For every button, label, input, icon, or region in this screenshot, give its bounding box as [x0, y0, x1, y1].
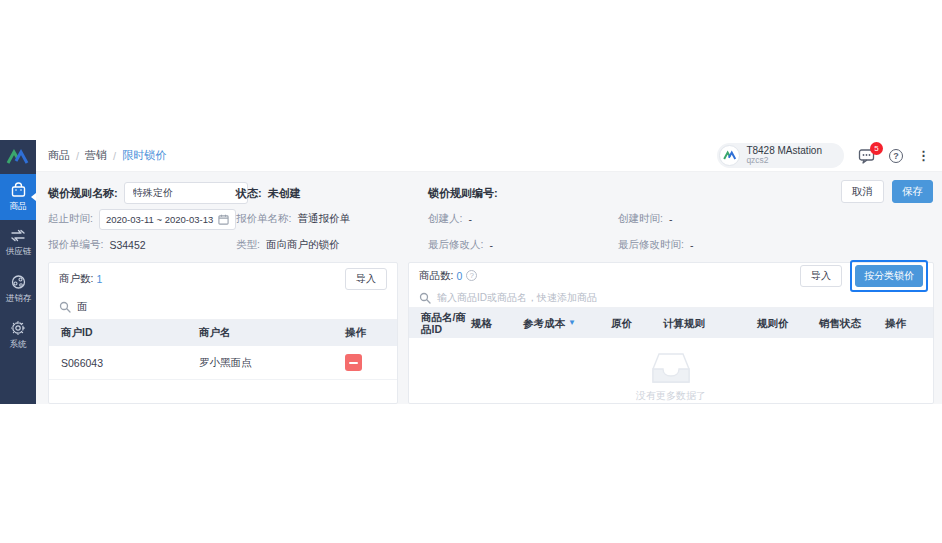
- help-icon: ?: [889, 149, 903, 163]
- creator-label: 创建人:: [428, 212, 462, 226]
- sort-caret-icon: ▼: [568, 319, 576, 327]
- sidebar-item-inventory[interactable]: 进销存: [0, 266, 36, 312]
- product-search-bar[interactable]: 输入商品ID或商品名，快速添加商品: [409, 288, 933, 308]
- remove-merchant-button[interactable]: [345, 354, 362, 371]
- kebab-icon: ⋮: [917, 149, 930, 162]
- merchants-panel-header: 商户数: 1 导入: [49, 263, 397, 295]
- col-original-price: 原价: [611, 317, 663, 329]
- type-label: 类型:: [236, 238, 260, 252]
- merchants-import-button[interactable]: 导入: [345, 268, 387, 290]
- highlight-ring: 按分类锁价: [850, 260, 928, 292]
- modifier-cell: 最后修改人: -: [428, 238, 618, 252]
- empty-state: 没有更多数据了: [409, 338, 933, 403]
- merchants-panel: 商户数: 1 导入 面 商户ID 商户名 操作: [48, 262, 398, 404]
- empty-state-text: 没有更多数据了: [636, 389, 706, 403]
- products-import-button[interactable]: 导入: [800, 265, 842, 287]
- type-cell: 类型: 面向商户的锁价: [236, 238, 428, 252]
- create-time-label: 创建时间:: [618, 212, 663, 226]
- merchant-count-label: 商户数:: [59, 272, 93, 286]
- product-search-input[interactable]: 输入商品ID或商品名，快速添加商品: [437, 291, 597, 305]
- panels: 商户数: 1 导入 面 商户ID 商户名 操作: [36, 260, 942, 404]
- sidebar-item-label: 供应链: [5, 245, 31, 257]
- app-logo[interactable]: [0, 140, 36, 174]
- arrows-icon: [9, 228, 27, 243]
- type-value: 面向商户的锁价: [266, 238, 340, 252]
- cancel-button[interactable]: 取消: [841, 180, 884, 203]
- col-spec: 规格: [471, 317, 523, 329]
- col-rule-price: 规则价: [757, 317, 819, 329]
- creator-cell: 创建人: -: [428, 212, 618, 226]
- sidebar-item-supply-chain[interactable]: 供应链: [0, 220, 36, 266]
- avatar-logo-icon: [723, 150, 737, 161]
- status-cell: 状态: 未创建: [236, 186, 428, 201]
- quote-number-value: S34452: [109, 239, 145, 251]
- product-count-help-icon[interactable]: ?: [466, 270, 477, 281]
- product-count-label: 商品数:: [419, 269, 453, 283]
- modify-time-label: 最后修改时间:: [618, 238, 684, 252]
- status-label: 状态:: [236, 186, 262, 201]
- rule-name-label: 锁价规则名称:: [48, 186, 118, 201]
- sidebar-item-products[interactable]: 商品: [0, 174, 36, 220]
- sidebar-item-system[interactable]: 系统: [0, 312, 36, 358]
- products-table-header: 商品名/商品ID 规格 参考成本 ▼ 原价 计算规则 规则价 销售状态 操作: [409, 308, 933, 338]
- search-icon: [419, 292, 431, 304]
- reference-cost-label: 参考成本: [523, 317, 565, 329]
- help-button[interactable]: ?: [889, 149, 903, 163]
- products-panel: 商品数: 0 ? 导入 按分类锁价 输入商品ID或商品名，快: [408, 262, 934, 404]
- merchants-table-header: 商户ID 商户名 操作: [49, 320, 397, 346]
- merchant-count-value: 1: [96, 273, 102, 285]
- product-count-value: 0: [456, 270, 462, 282]
- merchant-name: 罗小黑面点: [199, 356, 345, 370]
- col-reference-cost[interactable]: 参考成本 ▼: [523, 317, 611, 329]
- date-range-value: 2020-03-11 ~ 2020-03-13: [106, 214, 213, 225]
- main-area: 商品 / 营销 / 限时锁价 T8428 MAstation q: [36, 140, 942, 404]
- breadcrumb-limited-time-lock-price[interactable]: 限时锁价: [122, 148, 166, 163]
- merchant-actions-cell: [345, 354, 397, 371]
- merchant-search-input[interactable]: 面: [77, 300, 88, 314]
- col-merchant-id: 商户ID: [49, 326, 199, 340]
- calendar-icon: [218, 214, 229, 225]
- create-time-cell: 创建时间: -: [618, 212, 930, 226]
- breadcrumb-products[interactable]: 商品: [48, 148, 70, 163]
- col-sale-status: 销售状态: [819, 317, 885, 329]
- creator-value: -: [468, 213, 472, 225]
- quote-number-label: 报价单编号:: [48, 238, 103, 252]
- messages-button[interactable]: 5: [858, 148, 875, 164]
- date-range-label: 起止时间:: [48, 212, 93, 226]
- more-menu-button[interactable]: ⋮: [917, 149, 930, 162]
- rule-name-input[interactable]: [124, 182, 248, 204]
- user-meta: T8428 MAstation qzcs2: [746, 146, 822, 165]
- merchant-row: S066043 罗小黑面点: [49, 346, 397, 380]
- message-count-badge: 5: [870, 142, 883, 155]
- breadcrumb: 商品 / 营销 / 限时锁价: [48, 148, 166, 163]
- modify-time-cell: 最后修改时间: -: [618, 238, 930, 252]
- status-value: 未创建: [268, 186, 301, 201]
- create-time-value: -: [669, 213, 673, 225]
- merchant-search-bar[interactable]: 面: [49, 295, 397, 320]
- empty-inbox-icon: [648, 350, 694, 386]
- sidebar-item-label: 系统: [9, 338, 26, 350]
- sidebar: 商品 供应链 进销存 系统: [0, 140, 36, 404]
- merchant-id: S066043: [49, 357, 199, 369]
- quote-name-cell: 报价单名称: 普通报价单: [236, 212, 428, 226]
- sidebar-item-label: 进销存: [5, 292, 31, 304]
- topbar-right: T8428 MAstation qzcs2 5 ? ⋮: [717, 143, 930, 168]
- lock-price-by-category-button[interactable]: 按分类锁价: [855, 265, 923, 287]
- rule-number-label: 锁价规则编号:: [428, 186, 498, 201]
- user-menu[interactable]: T8428 MAstation qzcs2: [717, 143, 844, 168]
- rule-name-cell: 锁价规则名称:: [48, 182, 236, 204]
- rule-number-cell: 锁价规则编号:: [428, 186, 618, 201]
- date-range-input[interactable]: 2020-03-11 ~ 2020-03-13: [99, 209, 236, 230]
- products-panel-header: 商品数: 0 ? 导入 按分类锁价: [409, 263, 933, 288]
- modifier-label: 最后修改人:: [428, 238, 483, 252]
- gear-icon: [10, 320, 26, 336]
- rule-form: 锁价规则名称: 状态: 未创建 锁价规则编号: 起止时间: 2020-03-11…: [36, 172, 942, 260]
- col-calc-rule: 计算规则: [663, 317, 757, 329]
- breadcrumb-marketing[interactable]: 营销: [85, 148, 107, 163]
- nodes-icon: [10, 274, 27, 290]
- save-button[interactable]: 保存: [892, 180, 933, 203]
- topbar: 商品 / 营销 / 限时锁价 T8428 MAstation q: [36, 140, 942, 172]
- logo-icon: [6, 148, 30, 166]
- search-icon: [59, 301, 71, 313]
- user-account: qzcs2: [746, 156, 822, 165]
